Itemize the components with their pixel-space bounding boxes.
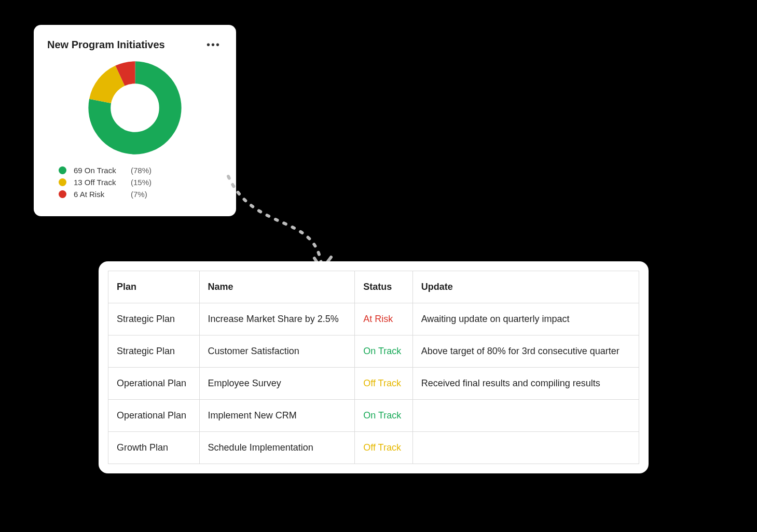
table-row: Strategic PlanIncrease Market Share by 2… xyxy=(108,303,639,335)
more-menu-button[interactable]: ••• xyxy=(204,37,223,52)
cell-name: Schedule Implementation xyxy=(199,432,355,464)
initiatives-card: New Program Initiatives ••• 69 On Track … xyxy=(34,25,236,216)
legend-percent: (78%) xyxy=(131,166,152,175)
donut-chart xyxy=(88,61,182,155)
legend-label: 69 On Track xyxy=(74,166,131,175)
col-status: Status xyxy=(355,271,412,303)
cell-plan: Operational Plan xyxy=(108,400,200,432)
table-row: Strategic PlanCustomer SatisfactionOn Tr… xyxy=(108,335,639,368)
cell-update: Received final results and compiling res… xyxy=(412,368,639,400)
cell-status: At Risk xyxy=(355,303,412,335)
col-plan: Plan xyxy=(108,271,200,303)
cell-name: Employee Survey xyxy=(199,368,355,400)
table-header-row: Plan Name Status Update xyxy=(108,271,639,303)
cell-plan: Growth Plan xyxy=(108,432,200,464)
cell-status: On Track xyxy=(355,400,412,432)
card-title: New Program Initiatives xyxy=(47,39,165,51)
donut-slice-at-risk xyxy=(100,73,170,143)
cell-plan: Strategic Plan xyxy=(108,335,200,368)
legend-label: 6 At Risk xyxy=(74,190,131,199)
legend-label: 13 Off Track xyxy=(74,178,131,187)
cell-name: Customer Satisfaction xyxy=(199,335,355,368)
cell-update xyxy=(412,432,639,464)
legend-item-off-track: 13 Off Track (15%) xyxy=(59,178,223,187)
col-name: Name xyxy=(199,271,355,303)
initiatives-table: Plan Name Status Update Strategic PlanIn… xyxy=(108,271,639,464)
donut-chart-container xyxy=(47,61,223,155)
col-update: Update xyxy=(412,271,639,303)
card-header: New Program Initiatives ••• xyxy=(47,37,223,52)
cell-plan: Strategic Plan xyxy=(108,303,200,335)
cell-name: Implement New CRM xyxy=(199,400,355,432)
table-row: Operational PlanEmployee SurveyOff Track… xyxy=(108,368,639,400)
cell-status: On Track xyxy=(355,335,412,368)
swatch-icon xyxy=(59,166,66,174)
cell-status: Off Track xyxy=(355,432,412,464)
cell-status: Off Track xyxy=(355,368,412,400)
legend-percent: (15%) xyxy=(131,178,152,187)
cell-update: Awaiting update on quarterly impact xyxy=(412,303,639,335)
cell-plan: Operational Plan xyxy=(108,368,200,400)
legend: 69 On Track (78%) 13 Off Track (15%) 6 A… xyxy=(47,166,223,199)
initiatives-table-panel: Plan Name Status Update Strategic PlanIn… xyxy=(99,261,649,473)
table-row: Growth PlanSchedule ImplementationOff Tr… xyxy=(108,432,639,464)
cell-update xyxy=(412,400,639,432)
swatch-icon xyxy=(59,178,66,186)
legend-percent: (7%) xyxy=(131,190,147,199)
cell-update: Above target of 80% for 3rd consecutive … xyxy=(412,335,639,368)
swatch-icon xyxy=(59,190,66,198)
legend-item-on-track: 69 On Track (78%) xyxy=(59,166,223,175)
table-row: Operational PlanImplement New CRMOn Trac… xyxy=(108,400,639,432)
cell-name: Increase Market Share by 2.5% xyxy=(199,303,355,335)
legend-item-at-risk: 6 At Risk (7%) xyxy=(59,190,223,199)
